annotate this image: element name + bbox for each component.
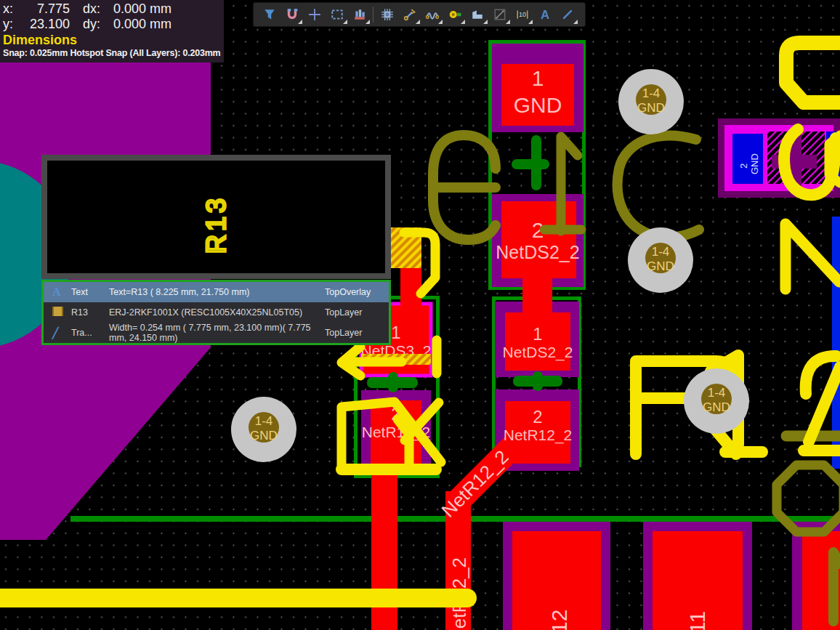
- popup-row-layer: TopOverlay: [325, 287, 381, 297]
- ds2-pad1-net: GND: [514, 93, 562, 117]
- popup-row-layer: TopLayer: [325, 328, 381, 338]
- svg-text:1-4: 1-4: [642, 86, 661, 100]
- r12-pad2-net: NetR12_2: [504, 427, 573, 444]
- popup-preview-pane: R13: [41, 155, 391, 279]
- popup-row-label: R13: [71, 307, 109, 318]
- pcb-editor-window: NetR12_2 NetR12_2 1 GND 2 NetDS2_2 1 Net…: [0, 0, 840, 630]
- r12-pad1-number: 1: [533, 324, 542, 344]
- popup-row-text[interactable]: A Text Text=R13 ( 8.225 mm, 21.750 mm) T…: [44, 282, 389, 302]
- preview-designator-text: R13: [201, 195, 231, 254]
- popup-row-detail: Text=R13 ( 8.225 mm, 21.750 mm): [109, 287, 325, 297]
- text-string-icon[interactable]: A: [533, 4, 556, 25]
- via-tool-icon[interactable]: [443, 4, 466, 25]
- heads-up-display: x: 7.775 dx: 0.000 mm y: 23.100 dy: 0.00…: [0, 0, 224, 62]
- bottom-pad-number: 2: [738, 163, 749, 169]
- svg-text:A: A: [540, 8, 549, 21]
- svg-text:GND: GND: [647, 259, 674, 273]
- via-gnd-1[interactable]: 1-4 GND: [618, 69, 684, 134]
- ic-chip-icon[interactable]: [376, 4, 398, 25]
- svg-text:GND: GND: [637, 101, 665, 115]
- meander-tuning-icon[interactable]: [421, 4, 443, 25]
- popup-row-track[interactable]: ╱ Tra... Width= 0.254 mm ( 7.775 mm, 23.…: [44, 323, 389, 343]
- magnet-snap-icon[interactable]: [280, 4, 303, 25]
- text-icon: A: [52, 286, 71, 299]
- toolbar-separator: [373, 7, 373, 23]
- r12-pad1-net: NetDS2_2: [503, 344, 573, 361]
- svg-text:10: 10: [518, 11, 525, 18]
- ds2-pad1-number: 1: [532, 66, 544, 90]
- ds2-pad2-net: NetDS2_2: [496, 242, 579, 262]
- dimension-icon[interactable]: 10: [511, 4, 533, 25]
- hud-title: Dimensions: [3, 32, 224, 48]
- hud-y-row: y: 23.100 dy: 0.000 mm: [3, 17, 224, 32]
- hud-y-value: 23.100: [22, 17, 70, 32]
- popup-row-label: Text: [71, 287, 109, 297]
- polygon-pour-icon[interactable]: [466, 4, 488, 25]
- hud-dx-value: 0.000 mm: [113, 1, 171, 17]
- hud-x-value: 7.775: [22, 1, 70, 17]
- hud-y-label: y:: [3, 17, 22, 32]
- crosshair-icon[interactable]: [303, 4, 326, 25]
- hud-snap-status: Snap: 0.025mm Hotspot Snap (All Layers):…: [3, 48, 224, 58]
- active-bar-toolbar: 10 A: [253, 2, 586, 27]
- popup-row-detail: Width= 0.254 mm ( 7.775 mm, 23.100 mm)( …: [109, 323, 325, 343]
- hud-x-row: x: 7.775 dx: 0.000 mm: [3, 1, 224, 17]
- svg-text:1-4: 1-4: [708, 386, 726, 400]
- track-icon: ╱: [52, 327, 71, 339]
- via-gnd-2[interactable]: 1-4 GND: [628, 227, 693, 293]
- selection-marquee-icon[interactable]: [326, 4, 348, 25]
- popup-row-detail: ERJ-2RKF1001X (RESC1005X40X25NL05T05): [109, 307, 325, 318]
- line-icon[interactable]: [556, 4, 578, 25]
- trace-yellow-wide[interactable]: [0, 589, 477, 607]
- component-icon: [52, 307, 71, 318]
- svg-text:1-4: 1-4: [652, 245, 670, 259]
- trace-ds2-to-r12[interactable]: [522, 271, 552, 326]
- popup-row-label: Tra...: [71, 328, 109, 338]
- hud-dy-label: dy:: [83, 17, 113, 32]
- via-gnd-4[interactable]: 1-4 GND: [231, 397, 296, 462]
- svg-text:1-4: 1-4: [255, 414, 273, 428]
- connector-pad11-label: 11: [685, 611, 709, 630]
- hud-dy-value: 0.000 mm: [113, 17, 171, 32]
- filter-icon[interactable]: [258, 4, 280, 25]
- r13-pad1-number: 1: [391, 323, 400, 342]
- popup-row-component[interactable]: R13 ERJ-2RKF1001X (RESC1005X40X25NL05T05…: [44, 302, 389, 323]
- r12-pad2-number: 2: [533, 407, 542, 427]
- hud-x-label: x:: [3, 1, 22, 17]
- svg-text:GND: GND: [703, 400, 730, 414]
- object-hover-popup: R13 A Text Text=R13 ( 8.225 mm, 21.750 m…: [41, 155, 391, 345]
- via-gnd-3[interactable]: 1-4 GND: [684, 368, 749, 434]
- svg-text:GND: GND: [250, 429, 278, 443]
- interactive-route-icon[interactable]: [398, 4, 421, 25]
- popup-row-layer: TopLayer: [325, 307, 381, 318]
- bottom-pad-net: GND: [749, 153, 760, 174]
- hud-dx-label: dx:: [83, 1, 113, 17]
- popup-object-list: A Text Text=R13 ( 8.225 mm, 21.750 mm) T…: [41, 280, 391, 345]
- pad-stack-icon[interactable]: [348, 4, 371, 25]
- connector-pad12-label: 12: [547, 610, 571, 630]
- measure-icon[interactable]: [488, 4, 511, 25]
